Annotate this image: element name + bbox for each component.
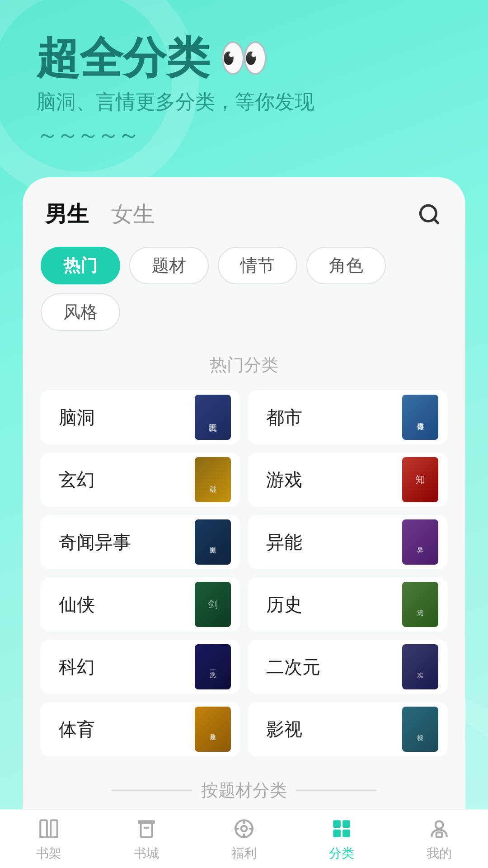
category-cover: 知 bbox=[402, 457, 438, 502]
category-yingshi[interactable]: 影视 影视 bbox=[248, 702, 447, 756]
category-name: 历史 bbox=[266, 592, 302, 617]
header-subtitle: 脑洞、言情更多分类，等你发现 bbox=[36, 89, 461, 115]
main-title: 超全分类 bbox=[36, 36, 210, 80]
section-topic-title: 按题材分类 bbox=[41, 779, 447, 802]
category-name: 科幻 bbox=[59, 655, 95, 679]
section-hot-title: 热门分类 bbox=[41, 354, 447, 377]
wave-decoration: ～～～～～ bbox=[36, 120, 461, 150]
eyes-emoji: 👀 bbox=[219, 38, 269, 78]
category-grid: 脑洞 天机图 都市 政界传奇 玄幻 斗破 游戏 bbox=[41, 390, 447, 756]
category-name: 仙侠 bbox=[59, 592, 95, 617]
pill-style[interactable]: 风格 bbox=[41, 293, 120, 331]
category-name: 玄幻 bbox=[59, 467, 95, 492]
tab-male[interactable]: 男生 bbox=[45, 200, 89, 229]
main-card: 男生 女生 热门 题材 情节 角色 风格 热门分类 脑洞 天机图 bbox=[23, 177, 465, 868]
category-cover: 剑 bbox=[195, 582, 231, 627]
mine-icon bbox=[427, 816, 452, 841]
nav-bookshelf-label: 书架 bbox=[36, 845, 61, 862]
header: 超全分类 👀 脑洞、言情更多分类，等你发现 ～～～～～ bbox=[0, 0, 488, 168]
category-kehuan[interactable]: 科幻 第一次 bbox=[41, 640, 240, 694]
bookshelf-icon bbox=[36, 816, 61, 841]
category-lishi[interactable]: 历史 清史 bbox=[248, 577, 447, 632]
category-cover: 超越之路 bbox=[195, 707, 231, 752]
category-cover: 第一次 bbox=[195, 644, 231, 689]
category-cover: 异界 bbox=[402, 519, 438, 565]
category-cover: 天机图 bbox=[195, 395, 231, 440]
pill-hot[interactable]: 热门 bbox=[41, 247, 120, 284]
category-cover: 次元 bbox=[402, 644, 438, 689]
nav-category-label: 分类 bbox=[329, 845, 354, 862]
category-cover: 鬼国史 bbox=[195, 519, 231, 565]
category-yineng[interactable]: 异能 异界 bbox=[248, 515, 447, 569]
search-button[interactable] bbox=[416, 201, 443, 228]
svg-rect-14 bbox=[343, 830, 350, 837]
category-cover: 政界传奇 bbox=[402, 395, 438, 440]
category-name: 游戏 bbox=[266, 467, 302, 492]
filter-pills: 热门 题材 情节 角色 风格 bbox=[41, 247, 447, 331]
category-youxi[interactable]: 游戏 知 bbox=[248, 453, 447, 507]
svg-line-1 bbox=[434, 219, 438, 223]
category-name: 影视 bbox=[266, 717, 302, 742]
pill-plot[interactable]: 情节 bbox=[218, 247, 297, 284]
category-name: 异能 bbox=[266, 530, 302, 555]
svg-rect-2 bbox=[40, 820, 47, 837]
nav-bookstore-label: 书城 bbox=[134, 845, 159, 862]
category-cover: 斗破 bbox=[195, 457, 231, 502]
tab-female[interactable]: 女生 bbox=[111, 200, 155, 229]
nav-mine-label: 我的 bbox=[427, 845, 452, 862]
category-erciyuan[interactable]: 二次元 次元 bbox=[248, 640, 447, 694]
category-dushi[interactable]: 都市 政界传奇 bbox=[248, 390, 447, 444]
bottom-nav: 书架 书城 福利 bbox=[0, 809, 488, 868]
header-title-row: 超全分类 👀 bbox=[36, 36, 461, 80]
category-name: 体育 bbox=[59, 717, 95, 742]
gender-tabs: 男生 女生 bbox=[41, 200, 447, 229]
svg-rect-12 bbox=[343, 820, 350, 828]
category-cover: 清史 bbox=[402, 582, 438, 627]
welfare-icon bbox=[231, 816, 257, 841]
category-icon bbox=[329, 816, 354, 841]
category-naodong[interactable]: 脑洞 天机图 bbox=[41, 390, 240, 444]
category-tiyu[interactable]: 体育 超越之路 bbox=[41, 702, 240, 756]
category-qiwen[interactable]: 奇闻异事 鬼国史 bbox=[41, 515, 240, 569]
svg-rect-11 bbox=[333, 820, 341, 828]
category-name: 二次元 bbox=[266, 655, 320, 679]
bookstore-icon bbox=[134, 816, 159, 841]
category-name: 脑洞 bbox=[59, 405, 95, 430]
nav-mine[interactable]: 我的 bbox=[390, 816, 488, 862]
nav-welfare[interactable]: 福利 bbox=[195, 816, 293, 862]
pill-theme[interactable]: 题材 bbox=[129, 247, 209, 284]
nav-welfare-label: 福利 bbox=[231, 845, 257, 862]
pill-role[interactable]: 角色 bbox=[306, 247, 386, 284]
category-xianxia[interactable]: 仙侠 剑 bbox=[41, 577, 240, 632]
nav-bookstore[interactable]: 书城 bbox=[98, 816, 195, 862]
category-name: 都市 bbox=[266, 405, 302, 430]
svg-rect-16 bbox=[436, 832, 442, 837]
category-cover: 影视 bbox=[402, 707, 438, 752]
gender-tab-group: 男生 女生 bbox=[45, 200, 155, 229]
svg-rect-13 bbox=[333, 830, 341, 837]
svg-point-6 bbox=[241, 826, 247, 831]
nav-category[interactable]: 分类 bbox=[293, 816, 390, 862]
nav-bookshelf[interactable]: 书架 bbox=[0, 816, 98, 862]
svg-point-15 bbox=[436, 821, 443, 829]
svg-rect-3 bbox=[51, 820, 57, 837]
category-name: 奇闻异事 bbox=[59, 530, 131, 555]
category-xuanhuan[interactable]: 玄幻 斗破 bbox=[41, 453, 240, 507]
